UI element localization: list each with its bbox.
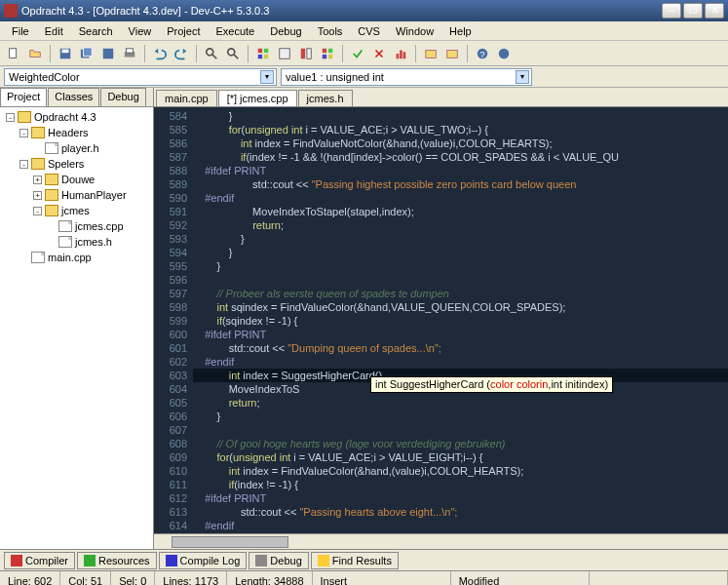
tree-toggle-icon[interactable]: - [6,113,15,122]
svg-rect-0 [10,48,17,58]
tree-toggle-icon[interactable]: + [33,176,42,184]
new-file-button[interactable] [4,44,23,63]
tree-item[interactable]: main.cpp [2,250,151,265]
status-sel: Sel: 0 [111,571,155,585]
about-button[interactable] [494,44,514,63]
svg-rect-7 [127,48,134,52]
file-tab[interactable]: jcmes.h [298,90,353,106]
tree-item[interactable]: -Opdracht 4.3 [2,109,151,125]
print-button[interactable] [120,44,139,63]
code-content[interactable]: } for(unsigned int i = VALUE_ACE;i > VAL… [193,107,728,533]
close-button[interactable]: ✕ [705,3,724,19]
run-button[interactable] [275,44,294,63]
bottom-tab-find-results[interactable]: Find Results [311,552,399,569]
folder-icon [18,111,31,123]
tree-item[interactable]: -jcmes [2,203,151,218]
status-lines: Lines: 1173 [155,571,227,585]
bottom-tab-compile-log[interactable]: Compile Log [159,552,248,569]
code-editor[interactable]: 5845855865875885895905915925935945955965… [154,107,728,533]
open-button[interactable] [25,44,45,63]
svg-rect-12 [264,48,268,52]
compile-run-button[interactable] [296,44,316,63]
menu-execute[interactable]: Execute [208,23,262,39]
class-dropdown-value: WeightedColor [9,71,80,83]
project-tree[interactable]: -Opdracht 4.3-Headersplayer.h-Spelers+Do… [0,107,153,549]
save-as-button[interactable] [98,44,118,63]
debug-button[interactable] [348,44,367,63]
tooltip-suffix: ,int initindex) [548,378,608,390]
tree-item[interactable]: -Spelers [2,156,151,172]
svg-rect-13 [258,54,262,58]
tree-item-label: jcmes.cpp [75,220,124,232]
menu-file[interactable]: File [4,23,37,39]
rebuild-button[interactable] [318,44,337,63]
tree-item[interactable]: player.h [2,140,151,156]
svg-rect-18 [323,48,326,52]
bottom-tab-resources[interactable]: Resources [77,552,157,569]
tree-item[interactable]: +Douwe [2,172,151,187]
tree-toggle-icon[interactable]: - [19,160,28,169]
tree-toggle-icon[interactable]: + [33,191,42,200]
find-button[interactable] [202,44,221,63]
sidebar: Project Classes Debug -Opdracht 4.3-Head… [0,88,154,549]
file-tab[interactable]: [*] jcmes.cpp [218,90,297,106]
maximize-button[interactable]: ▭ [683,3,703,19]
class-dropdown[interactable]: WeightedColor ▾ [4,68,277,86]
replace-button[interactable] [223,44,243,63]
tree-item-label: HumanPlayer [61,189,127,201]
file-tabs: main.cpp[*] jcmes.cppjcmes.h [154,88,728,107]
save-all-button[interactable] [77,44,96,63]
horizontal-scrollbar[interactable] [154,533,728,549]
new-project-button[interactable] [421,44,441,63]
compile-button[interactable] [253,44,273,63]
svg-rect-23 [400,50,402,58]
menu-window[interactable]: Window [388,23,441,39]
help-button[interactable]: ? [473,44,492,63]
svg-point-8 [207,48,213,55]
sidebar-tab-classes[interactable]: Classes [48,88,99,106]
status-line: Line: 602 [0,571,60,585]
stop-button[interactable] [369,44,389,63]
bottom-tab-label: Compiler [25,555,68,566]
svg-rect-19 [328,48,332,52]
menu-debug[interactable]: Debug [262,23,309,39]
tree-item[interactable]: jcmes.h [2,234,151,250]
minimize-button[interactable]: – [662,3,681,19]
svg-rect-17 [307,48,311,58]
redo-button[interactable] [172,44,191,63]
tree-item[interactable]: +HumanPlayer [2,187,151,203]
bottom-tab-debug[interactable]: Debug [249,552,308,569]
tooltip-prefix: int SuggestHigherCard ( [375,378,490,390]
sidebar-tab-project[interactable]: Project [0,88,47,106]
menu-view[interactable]: View [121,23,160,39]
project-options-button[interactable] [442,44,462,63]
menu-project[interactable]: Project [159,23,208,39]
svg-rect-20 [323,54,326,58]
svg-rect-25 [426,50,437,58]
tree-toggle-icon[interactable]: - [19,129,28,137]
sidebar-tab-debug[interactable]: Debug [100,88,145,106]
svg-rect-21 [328,54,332,58]
menu-help[interactable]: Help [441,23,479,39]
chevron-down-icon: ▾ [516,70,529,84]
tree-toggle-icon[interactable]: - [33,207,42,215]
profile-button[interactable] [391,44,410,63]
tree-item[interactable]: -Headers [2,125,151,140]
svg-point-29 [499,48,510,58]
menu-edit[interactable]: Edit [37,23,71,39]
menu-search[interactable]: Search [71,23,121,39]
menu-tools[interactable]: Tools [310,23,351,39]
bottom-tab-label: Compile Log [180,555,241,566]
menu-cvs[interactable]: CVS [350,23,388,39]
scrollbar-thumb[interactable] [172,536,288,548]
tab-icon [11,555,22,566]
tree-item[interactable]: jcmes.cpp [2,218,151,234]
bottom-tab-compiler[interactable]: Compiler [4,552,75,569]
tab-icon [166,555,177,566]
save-button[interactable] [56,44,75,63]
file-tab[interactable]: main.cpp [156,90,217,106]
member-dropdown[interactable]: value1 : unsigned int ▾ [281,68,532,86]
tree-item-label: main.cpp [48,252,92,263]
undo-button[interactable] [150,44,170,63]
menubar: FileEditSearchViewProjectExecuteDebugToo… [0,21,728,41]
